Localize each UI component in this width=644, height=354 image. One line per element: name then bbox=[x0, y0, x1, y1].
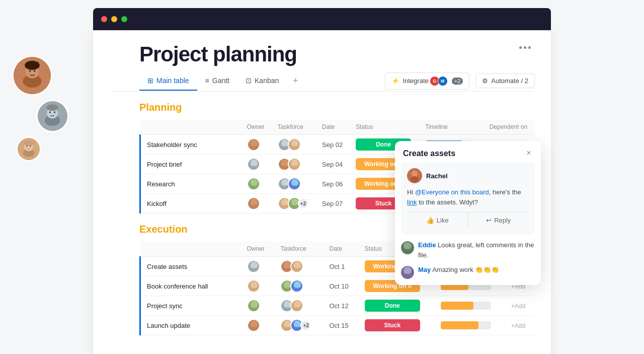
svg-point-82 bbox=[250, 321, 257, 328]
taskforce-cell bbox=[274, 276, 323, 296]
floating-avatars bbox=[12, 55, 69, 162]
taskforce-cell bbox=[274, 296, 323, 316]
task-name-cell: Launch update bbox=[140, 316, 241, 335]
svg-point-44 bbox=[291, 185, 298, 190]
add-dependent-button[interactable]: +Add bbox=[511, 303, 525, 310]
table-row: Project sync Oct 12 Done bbox=[140, 296, 535, 316]
status-badge: Done bbox=[365, 300, 420, 312]
date-cell: Sep 02 bbox=[316, 135, 350, 155]
task-name: Project sync bbox=[147, 302, 183, 310]
comment-actions: 👍 Like ↩ Reply bbox=[407, 212, 529, 228]
task-name-cell: Stakeholder sync bbox=[140, 135, 241, 155]
automate-button[interactable]: ⚙ Automate / 2 bbox=[475, 74, 535, 88]
svg-point-71 bbox=[294, 288, 301, 293]
tab-kanban[interactable]: ⊡ Kanban bbox=[237, 72, 287, 91]
svg-point-73 bbox=[250, 301, 257, 308]
col-owner-execution: Owner bbox=[241, 241, 275, 257]
avatar bbox=[288, 138, 301, 151]
reply-author: Eddie bbox=[418, 241, 436, 249]
comment-text: Hi @Everyone on this board, here's the l… bbox=[407, 187, 529, 207]
avatar bbox=[247, 260, 260, 273]
reply-icon: ↩ bbox=[486, 217, 492, 224]
avatar-3 bbox=[16, 136, 41, 162]
like-button[interactable]: 👍 Like bbox=[407, 213, 468, 228]
taskforce-cell bbox=[272, 135, 316, 155]
col-dependent-planning: Dependent on bbox=[484, 119, 535, 135]
taskforce-cell bbox=[274, 257, 323, 276]
comment-author: Rachel bbox=[426, 172, 448, 180]
task-name: Book conference hall bbox=[147, 282, 208, 290]
reply-text: Amazing work 👏👏👏 bbox=[432, 266, 499, 273]
date-cell: Sep 04 bbox=[316, 155, 350, 174]
svg-point-61 bbox=[294, 262, 301, 269]
tab-gantt[interactable]: ≡ Gantt bbox=[197, 72, 237, 91]
status-cell: Done bbox=[359, 296, 435, 316]
reply-list: Eddie Looks great, left comments in the … bbox=[395, 240, 541, 285]
timeline-bar bbox=[441, 321, 478, 329]
avatar bbox=[290, 279, 303, 293]
avatar bbox=[247, 279, 260, 293]
task-name: Kickoff bbox=[147, 200, 167, 207]
svg-point-22 bbox=[281, 140, 288, 147]
tab-main-table[interactable]: ⊞ Main table bbox=[139, 72, 197, 91]
svg-point-98 bbox=[404, 273, 412, 279]
avatar-count: +2 bbox=[300, 320, 311, 331]
avatar bbox=[247, 319, 260, 332]
link-assets[interactable]: link bbox=[407, 198, 417, 206]
mention-everyone[interactable]: @Everyone on this board bbox=[415, 188, 489, 196]
svg-point-4 bbox=[34, 70, 36, 72]
minimize-dot[interactable] bbox=[111, 16, 117, 22]
svg-point-10 bbox=[54, 111, 55, 113]
svg-point-65 bbox=[250, 288, 257, 293]
avatar bbox=[247, 158, 260, 171]
reply-author: May bbox=[418, 266, 431, 273]
dependent-cell: +Add bbox=[505, 316, 535, 335]
taskforce-cell bbox=[272, 155, 316, 174]
integrate-badge: +2 bbox=[452, 78, 463, 85]
owner-cell bbox=[241, 135, 272, 155]
close-dot[interactable] bbox=[101, 16, 107, 22]
svg-point-50 bbox=[281, 205, 288, 210]
svg-point-15 bbox=[26, 146, 28, 147]
avatar bbox=[247, 197, 260, 210]
svg-point-86 bbox=[284, 327, 291, 332]
timeline-bar-wrap bbox=[441, 302, 491, 310]
kanban-icon: ⊡ bbox=[246, 77, 252, 85]
date-cell: Oct 15 bbox=[323, 316, 358, 335]
integrate-button[interactable]: ⚡ Integrate G M +2 bbox=[385, 73, 469, 90]
svg-point-77 bbox=[284, 307, 291, 312]
avatar bbox=[247, 299, 260, 312]
table-row: Launch update +2 Oct 15 Stuck bbox=[140, 316, 535, 335]
svg-point-17 bbox=[24, 140, 33, 146]
task-name: Stakeholder sync bbox=[147, 141, 197, 149]
svg-point-19 bbox=[250, 140, 257, 147]
owner-cell bbox=[241, 257, 275, 276]
owner-cell bbox=[241, 155, 272, 174]
svg-point-37 bbox=[250, 179, 257, 186]
comment-popup: × Create assets Rachel Hi @Everyone on t… bbox=[395, 141, 541, 285]
popup-close-button[interactable]: × bbox=[523, 147, 535, 159]
svg-point-34 bbox=[291, 160, 298, 167]
like-icon: 👍 bbox=[426, 217, 434, 224]
more-options-button[interactable] bbox=[515, 42, 535, 53]
task-name: Research bbox=[147, 180, 175, 188]
taskforce-cell: +2 bbox=[274, 316, 323, 335]
add-tab-button[interactable]: + bbox=[287, 70, 304, 91]
task-name-cell: Research bbox=[140, 174, 241, 194]
avatar bbox=[290, 299, 303, 312]
reply-button[interactable]: ↩ Reply bbox=[468, 213, 529, 228]
main-content: Project planning ⊞ Main table ≡ Gantt ⊡ … bbox=[93, 30, 551, 354]
svg-point-28 bbox=[250, 160, 257, 167]
svg-point-95 bbox=[404, 249, 412, 254]
add-dependent-button[interactable]: +Add bbox=[511, 322, 525, 329]
timeline-cell bbox=[435, 296, 505, 316]
monday-avatar: M bbox=[438, 76, 448, 86]
avatar bbox=[247, 138, 260, 151]
owner-cell bbox=[241, 194, 272, 214]
reply-content: May Amazing work 👏👏👏 bbox=[418, 265, 499, 275]
svg-point-5 bbox=[25, 60, 40, 69]
maximize-dot[interactable] bbox=[121, 16, 127, 22]
svg-point-20 bbox=[250, 146, 257, 151]
integrate-icon: ⚡ bbox=[391, 77, 399, 85]
col-date-planning: Date bbox=[316, 119, 350, 135]
